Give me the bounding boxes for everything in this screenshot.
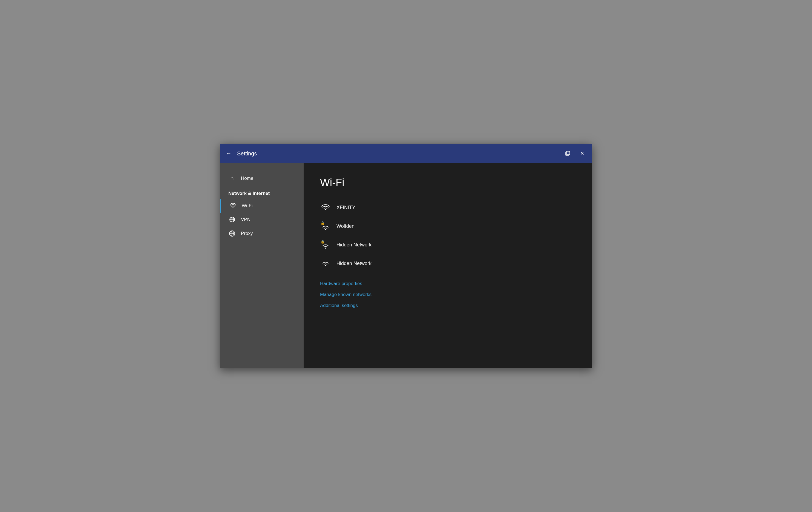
network-item-hidden2[interactable]: Hidden Network: [320, 254, 576, 273]
sidebar: ⌂ Home Network & Internet Wi-Fi: [220, 163, 303, 368]
vpn-icon: [228, 217, 236, 222]
sidebar-section-label: Network & Internet: [220, 185, 303, 199]
sidebar-item-vpn[interactable]: VPN: [220, 213, 303, 226]
close-button[interactable]: ✕: [578, 150, 586, 158]
network-icon-hidden2: [320, 259, 331, 268]
network-name-hidden2: Hidden Network: [337, 261, 372, 266]
network-internet-label: Network & Internet: [228, 191, 270, 196]
globe-icon: [228, 230, 236, 237]
sidebar-home-label: Home: [241, 176, 253, 181]
back-button[interactable]: ←: [226, 150, 232, 157]
sidebar-proxy-label: Proxy: [241, 231, 253, 236]
additional-settings-link[interactable]: Additional settings: [320, 303, 576, 308]
restore-icon: [565, 151, 570, 156]
content-area: ⌂ Home Network & Internet Wi-Fi: [220, 163, 592, 368]
network-item-wolfden[interactable]: 🔒 Wolfden: [320, 217, 576, 236]
network-icon-wolfden: 🔒: [320, 221, 331, 231]
titlebar: ← Settings ✕: [220, 144, 592, 163]
svg-rect-1: [567, 151, 570, 155]
links-section: Hardware properties Manage known network…: [320, 281, 576, 308]
network-item-hidden1[interactable]: 🔒 Hidden Network: [320, 236, 576, 254]
sidebar-wifi-label: Wi-Fi: [242, 203, 253, 209]
svg-rect-0: [566, 152, 569, 155]
sidebar-item-proxy[interactable]: Proxy: [220, 226, 303, 241]
network-icon-hidden1: 🔒: [320, 240, 331, 250]
manage-networks-link[interactable]: Manage known networks: [320, 292, 576, 297]
home-icon: ⌂: [228, 175, 236, 182]
lock-icon-hidden1: 🔒: [321, 240, 325, 244]
main-content: Wi-Fi XFINITY: [303, 163, 592, 368]
window-title: Settings: [237, 151, 562, 157]
page-title: Wi-Fi: [320, 177, 576, 189]
network-name-hidden1: Hidden Network: [337, 242, 372, 248]
hardware-properties-link[interactable]: Hardware properties: [320, 281, 576, 287]
window-controls: ✕: [562, 150, 586, 158]
network-item-xfinity[interactable]: XFINITY: [320, 198, 576, 217]
network-list: XFINITY 🔒 Wolfden: [320, 198, 576, 273]
sidebar-vpn-label: VPN: [241, 217, 251, 222]
lock-icon-wolfden: 🔒: [321, 221, 325, 225]
network-name-wolfden: Wolfden: [337, 223, 354, 229]
restore-button[interactable]: [562, 150, 573, 157]
network-icon-xfinity: [320, 203, 331, 212]
network-name-xfinity: XFINITY: [337, 205, 355, 211]
wifi-icon: [229, 203, 237, 209]
sidebar-item-home[interactable]: ⌂ Home: [220, 171, 303, 185]
sidebar-item-wifi[interactable]: Wi-Fi: [220, 199, 303, 213]
settings-window: ← Settings ✕ ⌂ Home Network & Internet: [220, 144, 592, 368]
